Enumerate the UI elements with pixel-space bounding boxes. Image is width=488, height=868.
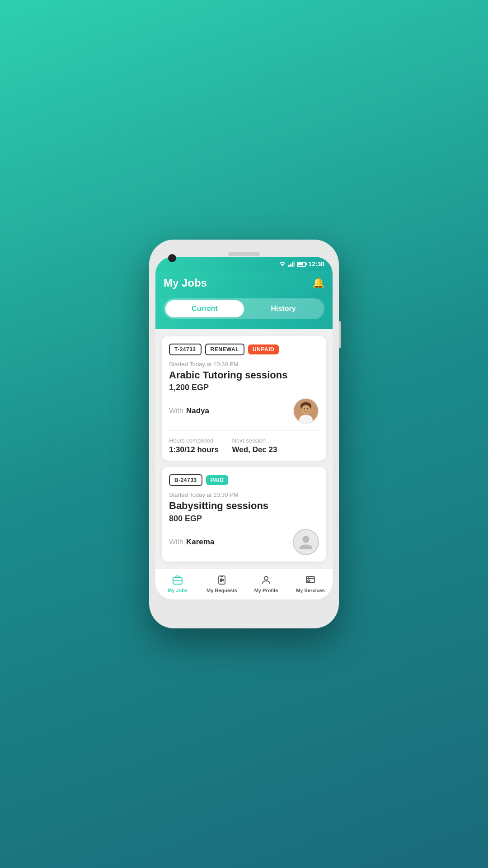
card-badges-1: T-24733 RENEWAL UNPAID bbox=[169, 344, 319, 355]
card-stats-1: Hours completed 1:30/12 hours Next sessi… bbox=[162, 431, 326, 461]
nav-my-services-label: My Services bbox=[296, 588, 325, 593]
stat-hours-1: Hours completed 1:30/12 hours bbox=[169, 437, 219, 454]
card-provider-name-1: Nadya bbox=[186, 406, 209, 415]
badge-status-2: PAID bbox=[206, 475, 229, 485]
stat-session-1: Next session Wed, Dec 23 bbox=[232, 437, 277, 454]
content-area: T-24733 RENEWAL UNPAID Started Today at … bbox=[155, 329, 333, 569]
card-price-1: 1,200 EGP bbox=[169, 383, 319, 392]
svg-rect-14 bbox=[221, 578, 222, 581]
status-time: 12:30 bbox=[308, 260, 324, 268]
badge-renewal-1: RENEWAL bbox=[205, 344, 245, 355]
stat-hours-value-1: 1:30/12 hours bbox=[169, 445, 219, 454]
avatar-svg-1 bbox=[294, 398, 318, 424]
card-with-row-1: With Nadya bbox=[169, 398, 319, 424]
status-icons: 12:30 bbox=[279, 260, 324, 268]
with-row-left-1: With Nadya bbox=[169, 406, 209, 415]
tabs-container: Current History bbox=[155, 298, 333, 329]
card-started-2: Started Today at 10:30 PM bbox=[169, 491, 319, 498]
card-main-1: T-24733 RENEWAL UNPAID Started Today at … bbox=[162, 336, 326, 430]
phone-frame: 12:30 My Jobs 🔔 Current History bbox=[149, 240, 339, 628]
job-card-1[interactable]: T-24733 RENEWAL UNPAID Started Today at … bbox=[162, 336, 326, 461]
tabs: Current History bbox=[164, 298, 324, 319]
clipboard-icon bbox=[216, 575, 227, 585]
svg-rect-20 bbox=[308, 580, 310, 582]
tab-current[interactable]: Current bbox=[165, 300, 244, 317]
card-badges-2: B-24733 PAID bbox=[169, 474, 319, 486]
phone-speaker bbox=[228, 252, 260, 256]
svg-rect-7 bbox=[173, 578, 182, 584]
badge-id-2: B-24733 bbox=[169, 474, 202, 486]
bottom-nav: My Jobs My Requests bbox=[155, 569, 333, 599]
phone-camera bbox=[168, 254, 176, 262]
wifi-icon bbox=[279, 261, 286, 267]
svg-point-4 bbox=[304, 408, 305, 410]
svg-rect-15 bbox=[223, 580, 224, 581]
card-with-label-2: With bbox=[169, 538, 183, 546]
provider-avatar-2 bbox=[293, 529, 319, 555]
nav-my-jobs-label: My Jobs bbox=[168, 588, 188, 593]
card-with-row-2: With Karema bbox=[169, 529, 319, 555]
job-card-2[interactable]: B-24733 PAID Started Today at 10:30 PM B… bbox=[162, 467, 326, 561]
signal-icon bbox=[288, 261, 295, 267]
nav-my-profile-label: My Profile bbox=[254, 588, 278, 593]
svg-point-6 bbox=[303, 536, 309, 542]
card-title-1: Arabic Tutoring sessions bbox=[169, 369, 319, 381]
nav-my-profile[interactable]: My Profile bbox=[244, 575, 288, 593]
stat-session-value-1: Wed, Dec 23 bbox=[232, 445, 277, 454]
svg-point-16 bbox=[264, 576, 268, 580]
phone-screen: 12:30 My Jobs 🔔 Current History bbox=[155, 257, 333, 599]
nav-my-requests[interactable]: My Requests bbox=[200, 575, 244, 593]
card-title-2: Babysitting sessions bbox=[169, 500, 319, 512]
status-bar: 12:30 bbox=[155, 257, 333, 271]
svg-rect-13 bbox=[220, 579, 221, 581]
card-provider-name-2: Karema bbox=[186, 538, 214, 547]
card-price-2: 800 EGP bbox=[169, 514, 319, 524]
provider-avatar-1 bbox=[293, 398, 319, 424]
phone-volume-button bbox=[339, 321, 341, 348]
with-row-left-2: With Karema bbox=[169, 538, 214, 547]
app-header: My Jobs 🔔 bbox=[155, 271, 333, 298]
card-started-1: Started Today at 10:30 PM bbox=[169, 361, 319, 368]
card-main-2: B-24733 PAID Started Today at 10:30 PM B… bbox=[162, 467, 326, 561]
nav-my-jobs[interactable]: My Jobs bbox=[155, 575, 200, 593]
stat-session-label-1: Next session bbox=[232, 437, 277, 444]
stat-hours-label-1: Hours completed bbox=[169, 437, 219, 444]
tab-history[interactable]: History bbox=[244, 300, 323, 317]
badge-status-1: UNPAID bbox=[248, 344, 279, 354]
services-icon bbox=[305, 575, 316, 585]
person-icon bbox=[261, 575, 272, 585]
svg-point-5 bbox=[307, 408, 308, 410]
nav-my-requests-label: My Requests bbox=[206, 588, 237, 593]
briefcase-icon bbox=[172, 575, 183, 585]
notification-bell[interactable]: 🔔 bbox=[312, 277, 324, 289]
card-with-label-1: With bbox=[169, 407, 183, 415]
svg-point-2 bbox=[301, 405, 310, 414]
badge-id-1: T-24733 bbox=[169, 344, 202, 355]
avatar-placeholder-svg bbox=[298, 534, 314, 550]
battery-icon bbox=[297, 262, 306, 267]
nav-my-services[interactable]: My Services bbox=[288, 575, 333, 593]
app-title: My Jobs bbox=[164, 277, 207, 289]
